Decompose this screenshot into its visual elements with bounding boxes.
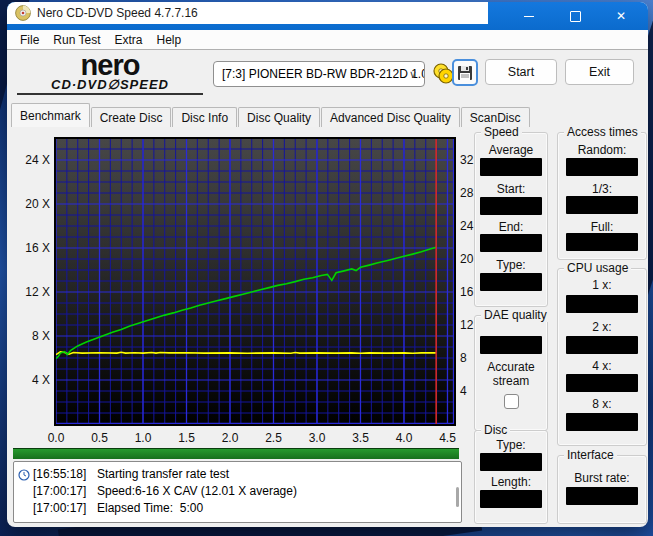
y-axis-left-tick: 4 X bbox=[12, 373, 50, 387]
speed-panel: Speed Average 12.01x Start: 6.17x End: 1… bbox=[474, 132, 548, 307]
tab-benchmark[interactable]: Benchmark bbox=[11, 103, 90, 127]
menu-run-test[interactable]: Run Test bbox=[46, 33, 107, 47]
window-title: Nero CD-DVD Speed 4.7.7.16 bbox=[37, 5, 198, 21]
dae-quality-title: DAE quality bbox=[481, 308, 550, 322]
minimize-icon bbox=[524, 16, 534, 17]
chevron-down-icon: ∨ bbox=[409, 62, 417, 86]
exit-button[interactable]: Exit bbox=[565, 59, 634, 85]
maximize-button[interactable] bbox=[552, 2, 598, 30]
menu-bar: File Run Test Extra Help bbox=[7, 30, 648, 50]
end-label: End: bbox=[475, 221, 547, 234]
menu-help[interactable]: Help bbox=[150, 33, 189, 47]
end-speed-value: 16.07x bbox=[480, 234, 542, 252]
x-axis-tick: 3.0 bbox=[302, 431, 332, 445]
log-icon-spacer bbox=[18, 483, 33, 500]
y-axis-left-tick: 16 X bbox=[12, 241, 50, 255]
log-timestamp: [17:00:17] bbox=[33, 483, 97, 500]
average-speed-value: 12.01x bbox=[480, 158, 542, 176]
cpu-1x-label: 1 x: bbox=[558, 279, 646, 292]
disc-panel: Disc Type: DVD-R Length: 4.38 GB bbox=[474, 430, 548, 524]
status-log: [16:55:18] Starting transfer rate test [… bbox=[13, 461, 462, 523]
accurate-stream-label-1: Accurate bbox=[475, 361, 547, 374]
nero-logo-wordmark: nero bbox=[17, 53, 203, 78]
save-button[interactable] bbox=[452, 59, 478, 86]
x-axis-tick: 0.0 bbox=[41, 431, 71, 445]
cpu-2x-value bbox=[566, 336, 638, 354]
benchmark-graph bbox=[54, 137, 456, 426]
disc-panel-title: Disc bbox=[481, 423, 510, 437]
x-axis-tick: 1.0 bbox=[128, 431, 158, 445]
x-axis-tick: 1.5 bbox=[171, 431, 201, 445]
random-access-value bbox=[566, 158, 638, 176]
tab-create-disc[interactable]: Create Disc bbox=[91, 107, 172, 127]
x-axis-tick: 0.5 bbox=[84, 431, 114, 445]
dae-quality-panel: DAE quality Accurate stream bbox=[474, 315, 548, 431]
tab-disc-info[interactable]: Disc Info bbox=[172, 107, 237, 127]
log-scrollbar[interactable] bbox=[456, 487, 459, 507]
log-message: Speed:6-16 X CAV (12.01 X average) bbox=[97, 483, 297, 500]
menu-extra[interactable]: Extra bbox=[107, 33, 149, 47]
disc-type-label: Type: bbox=[475, 439, 547, 452]
log-message: Elapsed Time: 5:00 bbox=[97, 500, 203, 517]
nero-logo: nero CD·DVD∅SPEED bbox=[17, 53, 203, 95]
dae-quality-value bbox=[480, 336, 542, 354]
app-cd-icon bbox=[15, 5, 31, 21]
accurate-stream-label-2: stream bbox=[475, 375, 547, 388]
app-window: Nero CD-DVD Speed 4.7.7.16 ✕ File Run Te… bbox=[7, 2, 648, 527]
tab-disc-quality[interactable]: Disc Quality bbox=[238, 107, 320, 127]
cpu-4x-value bbox=[566, 374, 638, 392]
y-axis-left-tick: 20 X bbox=[12, 197, 50, 211]
y-axis-left-tick: 8 X bbox=[12, 329, 50, 343]
transfer-rate-chart bbox=[56, 139, 454, 424]
access-times-panel: Access times Random: 1/3: Full: bbox=[557, 132, 647, 260]
access-times-title: Access times bbox=[564, 125, 641, 139]
x-axis-tick: 2.0 bbox=[215, 431, 245, 445]
cpu-8x-value bbox=[566, 413, 638, 431]
clock-icon bbox=[18, 466, 33, 483]
title-bar-left: Nero CD-DVD Speed 4.7.7.16 bbox=[7, 2, 488, 24]
x-axis-tick: 4.0 bbox=[389, 431, 419, 445]
start-button[interactable]: Start bbox=[485, 59, 557, 85]
interface-panel-title: Interface bbox=[564, 448, 617, 462]
y-axis-left-tick: 24 X bbox=[12, 153, 50, 167]
tab-advanced-disc-quality[interactable]: Advanced Disc Quality bbox=[321, 107, 460, 127]
nero-logo-subtitle: CD·DVD∅SPEED bbox=[17, 78, 203, 91]
type-label: Type: bbox=[475, 259, 547, 272]
cpu-usage-title: CPU usage bbox=[564, 261, 631, 275]
menu-file[interactable]: File bbox=[13, 33, 46, 47]
disc-length-value: 4.38 GB bbox=[480, 490, 542, 508]
cpu-8x-label: 8 x: bbox=[558, 398, 646, 411]
close-button[interactable]: ✕ bbox=[598, 2, 644, 30]
interface-panel: Interface Burst rate: bbox=[557, 455, 647, 524]
cpu-4x-label: 4 x: bbox=[558, 360, 646, 373]
title-bar[interactable]: Nero CD-DVD Speed 4.7.7.16 ✕ bbox=[7, 2, 648, 30]
burst-rate-value bbox=[566, 487, 638, 505]
log-line: [17:00:17] Elapsed Time: 5:00 bbox=[18, 500, 457, 517]
log-line: [17:00:17] Speed:6-16 X CAV (12.01 X ave… bbox=[18, 483, 457, 500]
accurate-stream-checkbox[interactable] bbox=[504, 394, 519, 409]
cpu-2x-label: 2 x: bbox=[558, 321, 646, 334]
log-line: [16:55:18] Starting transfer rate test bbox=[18, 466, 457, 483]
average-label: Average bbox=[475, 144, 547, 157]
log-icon-spacer bbox=[18, 500, 33, 517]
drive-selector-dropdown[interactable]: [7:3] PIONEER BD-RW BDR-212D 1.03 ∨ bbox=[213, 61, 425, 87]
log-message: Starting transfer rate test bbox=[97, 466, 229, 483]
tab-scandisc[interactable]: ScanDisc bbox=[461, 107, 530, 127]
window-controls: ✕ bbox=[506, 2, 644, 30]
disc-length-label: Length: bbox=[475, 476, 547, 489]
desktop: { "window": { "title": "Nero CD-DVD Spee… bbox=[0, 0, 653, 536]
cpu-usage-panel: CPU usage 1 x: 2 x: 4 x: 8 x: bbox=[557, 268, 647, 446]
cpu-1x-value bbox=[566, 295, 638, 313]
speed-panel-title: Speed bbox=[481, 125, 522, 139]
one-third-access-value bbox=[566, 196, 638, 214]
tab-strip: Benchmark Create Disc Disc Info Disc Qua… bbox=[11, 103, 531, 127]
x-axis-tick: 3.5 bbox=[345, 431, 375, 445]
log-timestamp: [16:55:18] bbox=[33, 466, 97, 483]
full-access-value bbox=[566, 233, 638, 251]
disc-type-value: DVD-R bbox=[480, 453, 542, 471]
maximize-icon bbox=[570, 11, 581, 22]
minimize-button[interactable] bbox=[506, 2, 552, 30]
x-axis-tick: 4.5 bbox=[432, 431, 462, 445]
start-speed-value: 6.17x bbox=[480, 197, 542, 215]
random-label: Random: bbox=[558, 144, 646, 157]
